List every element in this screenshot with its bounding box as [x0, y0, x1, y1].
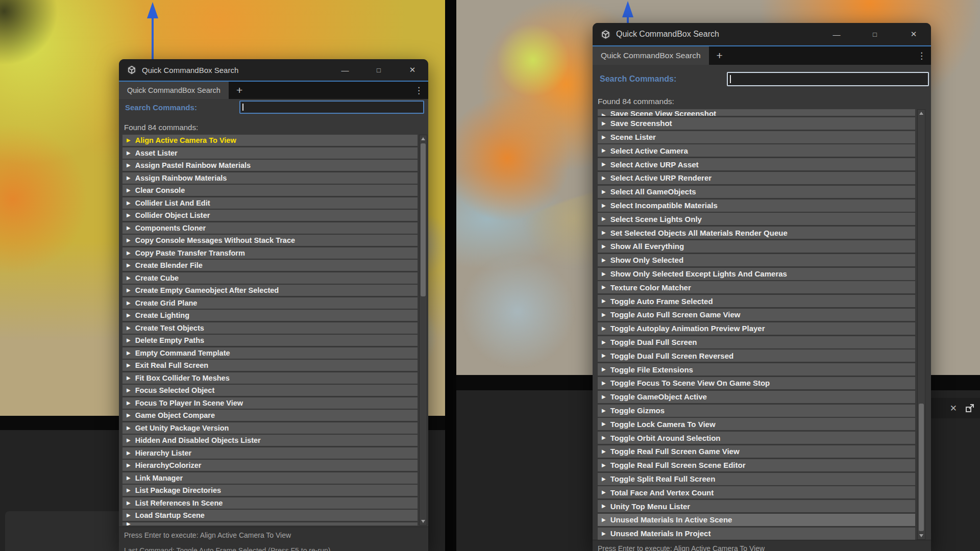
command-row[interactable]: ▶ Scene Lister [598, 131, 915, 143]
command-row[interactable]: ▶ Assign Pastel Rainbow Materials [122, 160, 418, 171]
command-row[interactable]: ▶ Select Incompatible Materials [598, 199, 915, 212]
command-row[interactable]: ▶ Toggle Real Full Screen Scene Editor [598, 459, 915, 471]
command-row[interactable]: ▶ Focus Selected Object [122, 385, 418, 396]
command-label: Select All GameObjects [610, 187, 696, 196]
search-input[interactable] [727, 72, 929, 86]
scroll-up-icon[interactable] [420, 135, 427, 142]
command-row[interactable]: ▶ Show All Everything [598, 240, 915, 253]
command-label: Toggle Dual Full Screen [610, 338, 697, 346]
command-row[interactable]: ▶ Unused Materials In Project [598, 528, 915, 540]
command-row[interactable]: ▶ Toggle Auto Full Screen Game View [598, 309, 915, 321]
command-row[interactable]: ▶ Get Unity Package Version [122, 422, 418, 434]
command-row[interactable]: ▶ Toggle GameObject Active [598, 391, 915, 403]
command-row[interactable]: ▶ Unity Top Menu Lister [598, 500, 915, 512]
command-row[interactable]: ▶ Clear Console [122, 185, 418, 196]
command-row[interactable]: ▶ Collider List And Edit [122, 197, 418, 209]
panel-popout-icon[interactable] [965, 403, 975, 413]
text-caret [730, 75, 731, 83]
command-row[interactable]: ▶ Create Lighting [122, 310, 418, 321]
kebab-menu-icon[interactable]: ⋮ [912, 46, 931, 65]
command-row[interactable]: ▶ Align Active Camera To View [122, 135, 418, 146]
command-label: Toggle File Extensions [610, 365, 693, 374]
command-row[interactable]: ▶ Toggle Dual Full Screen [598, 336, 915, 348]
command-row[interactable]: ▶ Components Cloner [122, 222, 418, 234]
maximize-button[interactable]: □ [868, 23, 881, 45]
command-row[interactable]: ▶ Select Active URP Renderer [598, 172, 915, 184]
command-row[interactable]: ▶ Assign Rainbow Materials [122, 172, 418, 184]
scroll-up-icon[interactable] [918, 110, 925, 117]
kebab-menu-icon[interactable]: ⋮ [409, 82, 428, 99]
command-row[interactable]: ▶ Create Empty Gameobject After Selected [122, 285, 418, 296]
command-row[interactable]: ▶ HierarchyColorizer [122, 460, 418, 471]
command-row[interactable]: ▶ Toggle File Extensions [598, 363, 915, 375]
command-row[interactable]: ▶ Toggle Gizmos [598, 405, 915, 417]
tab-quick-commandbox-search[interactable]: Quick CommandBox Search [593, 46, 709, 65]
add-tab-button[interactable]: + [709, 46, 730, 65]
command-row[interactable]: ▶ Unused Materials In Active Scene [598, 514, 915, 526]
command-row[interactable]: ▶ Empty Command Template [122, 347, 418, 359]
command-row[interactable]: ▶ Link Manager [122, 472, 418, 484]
scrollbar-thumb[interactable] [919, 404, 924, 531]
command-row[interactable]: ▶ Create Cube [122, 272, 418, 284]
command-row[interactable]: ▶ Total Face And Vertex Count [598, 486, 915, 498]
minimize-button[interactable]: — [338, 59, 352, 81]
window-titlebar[interactable]: Quick CommandBox Search — □ ✕ [119, 59, 428, 81]
command-row[interactable]: ▶ [122, 522, 418, 526]
commandbox-window-right: Quick CommandBox Search — □ ✕ Quick Comm… [593, 23, 931, 551]
command-row[interactable]: ▶ Texture Color Matcher [598, 281, 915, 293]
command-label: Toggle Gizmos [610, 406, 665, 415]
command-row[interactable]: ▶ Fit Box Collider To Meshes [122, 372, 418, 384]
command-row[interactable]: ▶ Hierarchy Lister [122, 447, 418, 459]
command-row[interactable]: ▶ Toggle Orbit Around Selection [598, 432, 915, 444]
command-row[interactable]: ▶ Toggle Split Real Full Screen [598, 473, 915, 485]
command-row[interactable]: ▶ Toggle Lock Camera To View [598, 418, 915, 430]
command-row[interactable]: ▶ Save Scene View Screenshot [598, 109, 915, 116]
command-row[interactable]: ▶ Load Startup Scene [122, 510, 418, 521]
vertical-scrollbar[interactable] [917, 109, 925, 540]
command-row[interactable]: ▶ List References In Scene [122, 497, 418, 509]
command-row[interactable]: ▶ Select Active Camera [598, 144, 915, 157]
row-arrow-icon: ▶ [127, 438, 131, 443]
command-row[interactable]: ▶ Exit Real Full Screen [122, 360, 418, 371]
command-row[interactable]: ▶ Create Grid Plane [122, 297, 418, 309]
add-tab-button[interactable]: + [229, 82, 250, 99]
command-row[interactable]: ▶ Hidden And Disabled Objects Lister [122, 435, 418, 446]
command-row[interactable]: ▶ Select All GameObjects [598, 186, 915, 198]
command-row[interactable]: ▶ Toggle Focus To Scene View On Game Sto… [598, 377, 915, 389]
command-row[interactable]: ▶ Toggle Autoplay Animation Preview Play… [598, 322, 915, 335]
command-row[interactable]: ▶ Asset Lister [122, 147, 418, 159]
command-row[interactable]: ▶ Delete Empty Paths [122, 335, 418, 346]
command-row[interactable]: ▶ Show Only Selected [598, 254, 915, 266]
command-row[interactable]: ▶ Copy Paste Transfer Transform [122, 247, 418, 259]
scrollbar-thumb[interactable] [421, 143, 426, 296]
close-button[interactable]: ✕ [406, 59, 419, 81]
scroll-down-icon[interactable] [918, 532, 925, 539]
maximize-button[interactable]: □ [372, 59, 385, 81]
command-row[interactable]: ▶ Select Scene Lights Only [598, 213, 915, 225]
minimize-button[interactable]: — [830, 23, 843, 45]
command-row[interactable]: ▶ Save Screenshot [598, 117, 915, 130]
command-row[interactable]: ▶ Copy Console Messages Without Stack Tr… [122, 235, 418, 246]
panel-close-icon[interactable]: ✕ [950, 403, 957, 414]
command-row[interactable]: ▶ Show Only Selected Except Lights And C… [598, 268, 915, 280]
close-button[interactable]: ✕ [907, 23, 920, 45]
command-row[interactable]: ▶ Toggle Dual Full Screen Reversed [598, 349, 915, 362]
command-row[interactable]: ▶ Select Active URP Asset [598, 158, 915, 170]
vertical-scrollbar[interactable] [419, 135, 427, 525]
command-row[interactable]: ▶ Set Selected Objects All Materials Ren… [598, 227, 915, 239]
search-input[interactable] [239, 101, 424, 114]
command-row[interactable]: ▶ Toggle Real Full Screen Game View [598, 445, 915, 458]
command-row[interactable]: ▶ Create Blender File [122, 260, 418, 271]
command-row[interactable]: ▶ Focus To Player In Scene View [122, 397, 418, 409]
scroll-down-icon[interactable] [420, 518, 427, 525]
command-row[interactable]: ▶ Game Object Compare [122, 410, 418, 421]
commandbox-window-left: Quick CommandBox Search — □ ✕ Quick Comm… [119, 59, 428, 551]
command-row[interactable]: ▶ Create Test Objects [122, 322, 418, 334]
command-row[interactable]: ▶ List Package Directories [122, 485, 418, 496]
command-row[interactable]: ▶ Toggle Auto Frame Selected [598, 295, 915, 307]
command-row[interactable]: ▶ Collider Object Lister [122, 210, 418, 221]
tab-quick-commandbox-search[interactable]: Quick CommandBox Search [119, 82, 229, 99]
command-label: Select Incompatible Materials [610, 201, 718, 210]
window-titlebar[interactable]: Quick CommandBox Search — □ ✕ [593, 23, 931, 45]
row-arrow-icon: ▶ [602, 285, 606, 290]
